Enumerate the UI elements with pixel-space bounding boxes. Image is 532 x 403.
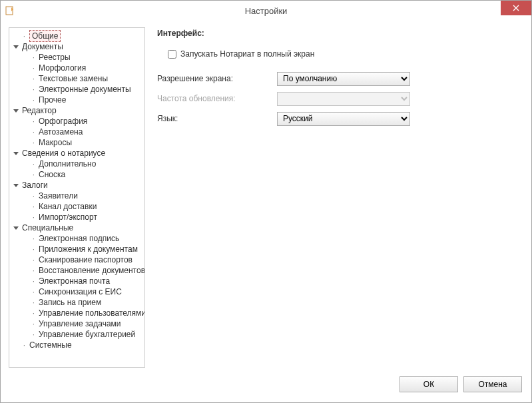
tree-connector: · <box>30 137 37 148</box>
language-label: Язык: <box>157 114 277 123</box>
tree-connector: · <box>30 233 37 244</box>
tree-item-label: Приложения к документам <box>37 244 139 254</box>
tree-connector: · <box>30 159 37 169</box>
expand-icon[interactable] <box>12 224 19 232</box>
tree-item-label: Управление задачами <box>37 318 123 329</box>
tree-item-pledge-1[interactable]: ·Канал доставки <box>21 201 143 212</box>
tree-item-label: Реестры <box>37 52 72 63</box>
tree-item-special-7[interactable]: ·Управление пользователями <box>21 308 143 318</box>
language-select[interactable]: Русский <box>277 112 410 126</box>
tree-connector: · <box>30 254 37 265</box>
tree-item-label: Электронная почта <box>37 276 111 286</box>
tree-branch-documents[interactable]: Документы <box>12 41 143 52</box>
tree-connector: · <box>30 297 37 308</box>
tree-item-editor-1[interactable]: ·Автозамена <box>21 127 143 137</box>
cancel-button[interactable]: Отмена <box>463 376 522 392</box>
resolution-row: Разрешение экрана: По умолчанию <box>157 70 521 87</box>
tree-branch-pledge[interactable]: Залоги <box>12 180 143 191</box>
tree-connector: · <box>30 318 37 329</box>
tree-item-label: Управление пользователями <box>37 308 145 318</box>
tree-item-label: Дополнительно <box>37 159 97 169</box>
tree-item-notary-0[interactable]: ·Дополнительно <box>21 159 143 169</box>
tree-connector: · <box>30 95 37 105</box>
expand-icon[interactable] <box>12 43 19 51</box>
tree-item-documents-0[interactable]: ·Реестры <box>21 52 143 63</box>
tree-item-label: Заявители <box>37 191 79 201</box>
tree-branch-editor[interactable]: Редактор <box>12 105 143 116</box>
fullscreen-label[interactable]: Запускать Нотариат в полный экран <box>180 49 314 59</box>
refresh-select <box>277 92 410 106</box>
tree-item-label: Электронные документы <box>37 84 133 95</box>
tree-item-label: Запись на прием <box>37 297 103 308</box>
tree-branch-label: Сведения о нотариусе <box>21 148 107 159</box>
tree-connector: · <box>30 212 37 222</box>
tree-connector: · <box>30 308 37 318</box>
tree-connector: · <box>30 244 37 254</box>
tree-item-documents-1[interactable]: ·Морфология <box>21 63 143 73</box>
fullscreen-checkbox[interactable] <box>168 50 176 59</box>
tree-item-special-3[interactable]: ·Восстановление документов <box>21 265 143 276</box>
tree-item-special-5[interactable]: ·Синхронизация с ЕИС <box>21 286 143 297</box>
tree-item-system[interactable]: ·Системные <box>12 340 143 350</box>
close-button[interactable] <box>501 1 531 15</box>
tree-item-special-6[interactable]: ·Запись на прием <box>21 297 143 308</box>
tree-branch-notary[interactable]: Сведения о нотариусе <box>12 148 143 159</box>
tree-item-label: Общие <box>29 30 61 42</box>
tree-connector: · <box>30 191 37 201</box>
resolution-select[interactable]: По умолчанию <box>277 72 410 86</box>
tree-item-label: Синхронизация с ЕИС <box>37 286 123 297</box>
resolution-label: Разрешение экрана: <box>157 74 277 83</box>
fullscreen-row: Запускать Нотариат в полный экран <box>168 47 521 61</box>
main-panel: Интерфейс: Запускать Нотариат в полный э… <box>154 27 523 368</box>
tree-branch-special[interactable]: Специальные <box>12 222 143 233</box>
refresh-label: Частота обновления: <box>157 94 277 103</box>
tree-item-general[interactable]: ·Общие <box>12 31 143 41</box>
tree-item-editor-0[interactable]: ·Орфография <box>21 116 143 127</box>
tree-item-label: Сноска <box>37 169 67 180</box>
tree-branch-label: Специальные <box>21 222 75 233</box>
tree-connector: · <box>30 169 37 180</box>
tree-item-label: Орфография <box>37 116 89 127</box>
tree-connector: · <box>30 52 37 63</box>
tree-item-special-4[interactable]: ·Электронная почта <box>21 276 143 286</box>
tree-item-editor-2[interactable]: ·Макросы <box>21 137 143 148</box>
app-icon <box>5 5 15 16</box>
tree-connector: · <box>30 265 37 276</box>
content-area: ·ОбщиеДокументы·Реестры·Морфология·Текст… <box>1 21 531 372</box>
close-icon <box>513 5 519 11</box>
tree-item-label: Прочее <box>37 95 67 105</box>
footer: ОК Отмена <box>1 372 531 402</box>
tree-item-label: Макросы <box>37 137 73 148</box>
tree-item-documents-3[interactable]: ·Электронные документы <box>21 84 143 95</box>
expand-icon[interactable] <box>12 150 19 157</box>
tree-item-documents-2[interactable]: ·Текстовые замены <box>21 73 143 84</box>
tree-item-label: Сканирование паспортов <box>37 254 134 265</box>
titlebar: Настройки <box>1 1 531 21</box>
tree-branch-label: Залоги <box>21 180 49 191</box>
tree-connector: · <box>30 201 37 212</box>
ok-button[interactable]: ОК <box>399 376 458 392</box>
tree-item-special-0[interactable]: ·Электронная подпись <box>21 233 143 244</box>
tree-panel: ·ОбщиеДокументы·Реестры·Морфология·Текст… <box>9 27 145 368</box>
tree-item-notary-1[interactable]: ·Сноска <box>21 169 143 180</box>
language-row: Язык: Русский <box>157 110 521 127</box>
tree-item-special-1[interactable]: ·Приложения к документам <box>21 244 143 254</box>
tree-item-label: Управление бухгалтерией <box>37 329 136 340</box>
tree-item-pledge-0[interactable]: ·Заявители <box>21 191 143 201</box>
tree-item-documents-4[interactable]: ·Прочее <box>21 95 143 105</box>
tree-item-label: Системные <box>28 340 73 350</box>
expand-icon[interactable] <box>12 107 19 115</box>
nav-tree: ·ОбщиеДокументы·Реестры·Морфология·Текст… <box>11 31 143 350</box>
tree-item-label: Морфология <box>37 63 87 73</box>
tree-connector: · <box>30 286 37 297</box>
expand-icon[interactable] <box>12 182 19 189</box>
tree-item-label: Канал доставки <box>37 201 98 212</box>
tree-branch-label: Документы <box>21 41 65 52</box>
tree-branch-label: Редактор <box>21 105 58 116</box>
tree-item-special-8[interactable]: ·Управление задачами <box>21 318 143 329</box>
tree-item-special-9[interactable]: ·Управление бухгалтерией <box>21 329 143 340</box>
tree-item-label: Автозамена <box>37 127 84 137</box>
tree-item-special-2[interactable]: ·Сканирование паспортов <box>21 254 143 265</box>
tree-item-label: Импорт/экспорт <box>37 212 99 222</box>
tree-item-pledge-2[interactable]: ·Импорт/экспорт <box>21 212 143 222</box>
